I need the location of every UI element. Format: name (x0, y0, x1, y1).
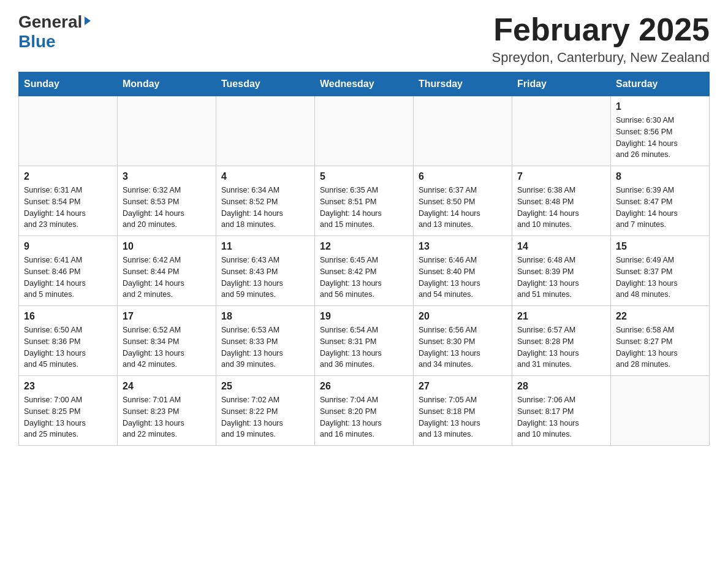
day-info: Sunrise: 7:05 AM Sunset: 8:18 PM Dayligh… (419, 394, 507, 440)
day-number: 13 (419, 241, 507, 252)
calendar-cell: 13Sunrise: 6:46 AM Sunset: 8:40 PM Dayli… (414, 236, 512, 306)
day-info: Sunrise: 6:53 AM Sunset: 8:33 PM Dayligh… (221, 324, 309, 370)
day-info: Sunrise: 6:50 AM Sunset: 8:36 PM Dayligh… (24, 324, 112, 370)
day-info: Sunrise: 6:49 AM Sunset: 8:37 PM Dayligh… (616, 255, 704, 301)
calendar-cell (216, 96, 315, 166)
calendar-cell: 18Sunrise: 6:53 AM Sunset: 8:33 PM Dayli… (216, 306, 315, 376)
page-header: General Blue February 2025 Spreydon, Can… (18, 12, 710, 66)
day-info: Sunrise: 6:37 AM Sunset: 8:50 PM Dayligh… (419, 185, 507, 231)
day-info: Sunrise: 6:52 AM Sunset: 8:34 PM Dayligh… (123, 324, 211, 370)
calendar-cell: 15Sunrise: 6:49 AM Sunset: 8:37 PM Dayli… (611, 236, 710, 306)
day-number: 2 (24, 171, 112, 182)
calendar-cell (611, 376, 710, 446)
calendar-cell: 21Sunrise: 6:57 AM Sunset: 8:28 PM Dayli… (512, 306, 611, 376)
day-number: 22 (616, 311, 704, 322)
calendar-cell: 23Sunrise: 7:00 AM Sunset: 8:25 PM Dayli… (19, 376, 118, 446)
day-number: 14 (517, 241, 605, 252)
day-number: 10 (123, 241, 211, 252)
day-info: Sunrise: 6:45 AM Sunset: 8:42 PM Dayligh… (320, 255, 408, 301)
day-number: 21 (517, 311, 605, 322)
calendar-cell: 24Sunrise: 7:01 AM Sunset: 8:23 PM Dayli… (118, 376, 216, 446)
calendar-cell: 9Sunrise: 6:41 AM Sunset: 8:46 PM Daylig… (19, 236, 118, 306)
day-number: 23 (24, 381, 112, 392)
day-number: 17 (123, 311, 211, 322)
calendar-cell: 20Sunrise: 6:56 AM Sunset: 8:30 PM Dayli… (414, 306, 512, 376)
calendar-cell: 5Sunrise: 6:35 AM Sunset: 8:51 PM Daylig… (315, 166, 414, 236)
day-number: 18 (221, 311, 309, 322)
day-info: Sunrise: 6:41 AM Sunset: 8:46 PM Dayligh… (24, 255, 112, 301)
day-number: 6 (419, 171, 507, 182)
logo-text-blue: Blue (18, 32, 56, 51)
calendar-cell: 28Sunrise: 7:06 AM Sunset: 8:17 PM Dayli… (512, 376, 611, 446)
calendar-week-row: 1Sunrise: 6:30 AM Sunset: 8:56 PM Daylig… (19, 96, 710, 166)
day-number: 5 (320, 171, 408, 182)
day-number: 8 (616, 171, 704, 182)
calendar-cell: 26Sunrise: 7:04 AM Sunset: 8:20 PM Dayli… (315, 376, 414, 446)
calendar-cell (512, 96, 611, 166)
calendar-cell: 1Sunrise: 6:30 AM Sunset: 8:56 PM Daylig… (611, 96, 710, 166)
day-info: Sunrise: 6:39 AM Sunset: 8:47 PM Dayligh… (616, 185, 704, 231)
calendar-cell: 4Sunrise: 6:34 AM Sunset: 8:52 PM Daylig… (216, 166, 315, 236)
day-number: 28 (517, 381, 605, 392)
location-subtitle: Spreydon, Canterbury, New Zealand (492, 50, 710, 66)
day-info: Sunrise: 6:54 AM Sunset: 8:31 PM Dayligh… (320, 324, 408, 370)
logo-arrow-icon (85, 17, 91, 25)
calendar-cell: 12Sunrise: 6:45 AM Sunset: 8:42 PM Dayli… (315, 236, 414, 306)
calendar-cell: 3Sunrise: 6:32 AM Sunset: 8:53 PM Daylig… (118, 166, 216, 236)
col-saturday: Saturday (611, 72, 710, 96)
day-info: Sunrise: 7:04 AM Sunset: 8:20 PM Dayligh… (320, 394, 408, 440)
day-number: 15 (616, 241, 704, 252)
month-year-title: February 2025 (492, 12, 710, 47)
day-number: 19 (320, 311, 408, 322)
col-wednesday: Wednesday (315, 72, 414, 96)
calendar-cell: 7Sunrise: 6:38 AM Sunset: 8:48 PM Daylig… (512, 166, 611, 236)
calendar-cell (19, 96, 118, 166)
logo-text-dark: General (18, 12, 82, 32)
calendar-cell: 17Sunrise: 6:52 AM Sunset: 8:34 PM Dayli… (118, 306, 216, 376)
day-number: 12 (320, 241, 408, 252)
day-info: Sunrise: 6:42 AM Sunset: 8:44 PM Dayligh… (123, 255, 211, 301)
calendar-cell: 14Sunrise: 6:48 AM Sunset: 8:39 PM Dayli… (512, 236, 611, 306)
calendar-cell: 25Sunrise: 7:02 AM Sunset: 8:22 PM Dayli… (216, 376, 315, 446)
day-info: Sunrise: 7:01 AM Sunset: 8:23 PM Dayligh… (123, 394, 211, 440)
calendar-header-row: Sunday Monday Tuesday Wednesday Thursday… (19, 72, 710, 96)
day-info: Sunrise: 7:06 AM Sunset: 8:17 PM Dayligh… (517, 394, 605, 440)
day-number: 3 (123, 171, 211, 182)
day-info: Sunrise: 6:35 AM Sunset: 8:51 PM Dayligh… (320, 185, 408, 231)
calendar-week-row: 2Sunrise: 6:31 AM Sunset: 8:54 PM Daylig… (19, 166, 710, 236)
day-number: 25 (221, 381, 309, 392)
day-info: Sunrise: 6:58 AM Sunset: 8:27 PM Dayligh… (616, 324, 704, 370)
day-info: Sunrise: 6:31 AM Sunset: 8:54 PM Dayligh… (24, 185, 112, 231)
day-number: 24 (123, 381, 211, 392)
day-number: 16 (24, 311, 112, 322)
calendar-week-row: 23Sunrise: 7:00 AM Sunset: 8:25 PM Dayli… (19, 376, 710, 446)
day-number: 9 (24, 241, 112, 252)
col-sunday: Sunday (19, 72, 118, 96)
day-number: 4 (221, 171, 309, 182)
day-number: 27 (419, 381, 507, 392)
day-number: 20 (419, 311, 507, 322)
calendar-cell (414, 96, 512, 166)
calendar-cell: 16Sunrise: 6:50 AM Sunset: 8:36 PM Dayli… (19, 306, 118, 376)
day-info: Sunrise: 6:38 AM Sunset: 8:48 PM Dayligh… (517, 185, 605, 231)
calendar-cell: 22Sunrise: 6:58 AM Sunset: 8:27 PM Dayli… (611, 306, 710, 376)
day-info: Sunrise: 6:56 AM Sunset: 8:30 PM Dayligh… (419, 324, 507, 370)
calendar-cell: 11Sunrise: 6:43 AM Sunset: 8:43 PM Dayli… (216, 236, 315, 306)
day-number: 11 (221, 241, 309, 252)
calendar-cell: 8Sunrise: 6:39 AM Sunset: 8:47 PM Daylig… (611, 166, 710, 236)
col-tuesday: Tuesday (216, 72, 315, 96)
day-info: Sunrise: 6:34 AM Sunset: 8:52 PM Dayligh… (221, 185, 309, 231)
calendar-table: Sunday Monday Tuesday Wednesday Thursday… (18, 72, 710, 446)
day-info: Sunrise: 7:02 AM Sunset: 8:22 PM Dayligh… (221, 394, 309, 440)
col-friday: Friday (512, 72, 611, 96)
calendar-cell: 19Sunrise: 6:54 AM Sunset: 8:31 PM Dayli… (315, 306, 414, 376)
day-info: Sunrise: 6:48 AM Sunset: 8:39 PM Dayligh… (517, 255, 605, 301)
calendar-cell: 2Sunrise: 6:31 AM Sunset: 8:54 PM Daylig… (19, 166, 118, 236)
title-section: February 2025 Spreydon, Canterbury, New … (492, 12, 710, 66)
day-number: 1 (616, 101, 704, 112)
day-info: Sunrise: 6:32 AM Sunset: 8:53 PM Dayligh… (123, 185, 211, 231)
calendar-week-row: 9Sunrise: 6:41 AM Sunset: 8:46 PM Daylig… (19, 236, 710, 306)
logo: General Blue (18, 12, 91, 52)
day-info: Sunrise: 6:43 AM Sunset: 8:43 PM Dayligh… (221, 255, 309, 301)
calendar-cell: 10Sunrise: 6:42 AM Sunset: 8:44 PM Dayli… (118, 236, 216, 306)
